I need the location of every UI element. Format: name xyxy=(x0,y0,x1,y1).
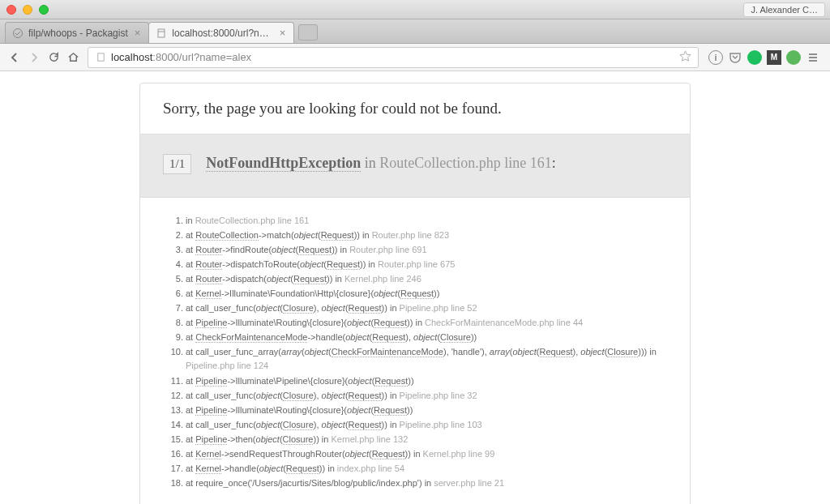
back-button[interactable] xyxy=(6,49,23,66)
trace-class: Request xyxy=(374,376,408,387)
trace-object: object xyxy=(322,391,345,400)
trace-class: Router xyxy=(195,245,222,255)
trace-at: at xyxy=(186,478,195,488)
trace-object: object xyxy=(513,347,537,357)
trace-row: at call_user_func(object(Closure), objec… xyxy=(186,301,667,315)
trace-row: in RouteCollection.php line 161 xyxy=(186,214,667,228)
trace-at: at xyxy=(186,463,195,473)
extension-grammarly-icon[interactable] xyxy=(786,50,801,65)
trace-object: object xyxy=(256,303,280,313)
trace-class: Request xyxy=(327,259,360,270)
trace-at: at xyxy=(186,259,195,269)
trace-row: at Router->dispatchToRoute(object(Reques… xyxy=(186,258,667,271)
trace-row: at Kernel->Illuminate\Foundation\Http\{c… xyxy=(186,287,667,301)
trace-at: at xyxy=(186,318,195,327)
tab-close-icon[interactable]: × xyxy=(135,27,141,39)
trace-text: )) in xyxy=(360,259,378,269)
trace-row: at call_user_func(object(Closure), objec… xyxy=(186,418,667,432)
trace-class: Request xyxy=(374,405,407,416)
trace-class: Request xyxy=(349,391,382,401)
trace-file: Pipeline.php line 32 xyxy=(400,391,477,400)
trace-class: RouteCollection xyxy=(195,230,259,241)
address-bar[interactable]: localhost:8000/url?name=alex xyxy=(88,47,699,68)
trace-class: Closure xyxy=(440,332,471,343)
tab-title: filp/whoops - Packagist xyxy=(28,28,128,39)
home-button[interactable] xyxy=(65,49,81,66)
exception-count: 1/1 xyxy=(163,154,191,174)
browser-tab[interactable]: filp/whoops - Packagist × xyxy=(5,22,149,43)
trace-object: object xyxy=(322,303,345,313)
trace-row: at Pipeline->Illuminate\Routing\{closure… xyxy=(186,404,667,417)
browser-menu-icon[interactable] xyxy=(806,50,820,65)
extension-green-icon[interactable] xyxy=(747,50,762,65)
trace-object: object xyxy=(345,449,369,459)
svg-point-0 xyxy=(14,28,23,37)
trace-text: )) in xyxy=(407,318,425,327)
trace-at: at xyxy=(186,303,195,313)
trace-text: ->findRoute( xyxy=(222,245,272,254)
trace-class: Request xyxy=(372,332,405,343)
trace-text: call_user_func_array( xyxy=(195,347,281,357)
trace-at: at xyxy=(186,288,195,298)
extension-info-icon[interactable]: i xyxy=(708,50,723,65)
trace-file: index.php line 54 xyxy=(337,463,404,473)
trace-object: object xyxy=(256,391,280,400)
trace-at: at xyxy=(186,245,195,254)
trace-class: Request xyxy=(400,288,434,299)
window-minimize-button[interactable] xyxy=(23,5,32,15)
trace-text: )) xyxy=(407,405,413,415)
trace-text: ), xyxy=(314,420,322,429)
tab-close-icon[interactable]: × xyxy=(280,27,286,39)
trace-text: ->Illuminate\Pipeline\{closure}( xyxy=(227,376,348,386)
trace-object: object xyxy=(374,288,397,298)
extension-pocket-icon[interactable] xyxy=(728,50,742,65)
trace-object: object xyxy=(322,420,345,429)
trace-text: )) xyxy=(471,332,477,342)
profile-button[interactable]: J. Alexander C… xyxy=(743,2,825,17)
trace-text: ), xyxy=(314,303,322,313)
trace-class: CheckForMaintenanceMode xyxy=(332,347,443,357)
viewport: Sorry, the page you are looking for coul… xyxy=(0,71,830,504)
trace-text: )) in xyxy=(313,434,331,444)
trace-text: ( xyxy=(537,347,540,357)
trace-text: ->Illuminate\Routing\{closure}( xyxy=(227,318,347,327)
trace-row: at Kernel->sendRequestThroughRouter(obje… xyxy=(186,447,667,461)
trace-text: ->Illuminate\Routing\{closure}( xyxy=(227,405,347,415)
extension-m-icon[interactable]: M xyxy=(767,50,781,65)
stacktrace-list: in RouteCollection.php line 161at RouteC… xyxy=(163,214,667,490)
trace-row: at Pipeline->Illuminate\Pipeline\{closur… xyxy=(186,374,667,388)
trace-row: at call_user_func_array(array(object(Che… xyxy=(186,345,667,373)
exception-colon: : xyxy=(552,155,556,171)
trace-at: at xyxy=(186,274,195,284)
site-info-icon[interactable] xyxy=(95,52,106,63)
trace-row: at Router->findRoute(object(Request)) in… xyxy=(186,243,667,257)
trace-class: Closure xyxy=(283,420,314,430)
trace-at: at xyxy=(186,332,195,342)
forward-button[interactable] xyxy=(26,49,42,66)
reload-button[interactable] xyxy=(45,49,62,66)
trace-text: call_user_func( xyxy=(195,420,256,429)
trace-row: at require_once('/Users/jacurtis/Sites/b… xyxy=(186,476,667,490)
url-port: :8000 xyxy=(152,51,179,63)
svg-rect-3 xyxy=(97,53,103,61)
new-tab-button[interactable] xyxy=(298,24,318,41)
window-close-button[interactable] xyxy=(6,5,16,15)
error-container: Sorry, the page you are looking for coul… xyxy=(139,71,691,504)
browser-tab-active[interactable]: localhost:8000/url?name= × xyxy=(148,22,294,43)
trace-text: )) in xyxy=(327,274,344,284)
trace-at: at xyxy=(186,230,195,240)
trace-text: )) in xyxy=(354,230,372,240)
trace-object: object xyxy=(256,420,280,429)
trace-class: Closure xyxy=(283,303,314,314)
trace-object: object xyxy=(347,318,370,327)
trace-class: Router xyxy=(195,274,222,284)
trace-row: at CheckForMaintenanceMode->handle(objec… xyxy=(186,331,667,344)
window-maximize-button[interactable] xyxy=(39,5,49,15)
trace-object: object xyxy=(580,347,604,357)
trace-text: ->dispatch( xyxy=(222,274,267,284)
trace-file: server.php line 21 xyxy=(434,478,504,488)
bookmark-star-icon[interactable] xyxy=(679,50,691,65)
trace-row: at Pipeline->then(object(Closure)) in Ke… xyxy=(186,433,667,446)
nav-buttons xyxy=(6,49,81,66)
trace-class: Request xyxy=(374,318,407,328)
